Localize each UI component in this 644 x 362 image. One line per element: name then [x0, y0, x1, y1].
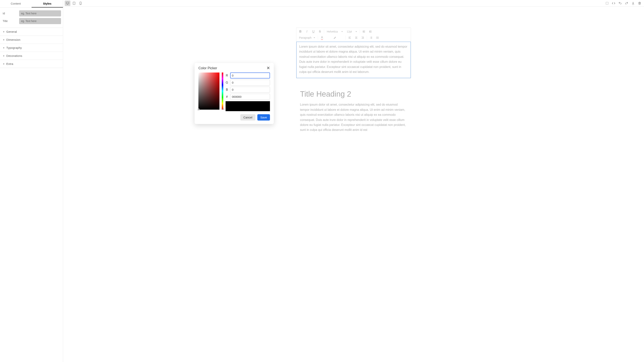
redo-button[interactable] [624, 0, 630, 6]
device-tablet-button[interactable] [71, 0, 77, 6]
saturation-handle[interactable] [198, 108, 200, 110]
color-picker-modal: Color Picker ✕ R [194, 63, 274, 124]
id-label: Id [2, 12, 19, 15]
size-value: 12pt [347, 30, 352, 33]
svg-point-6 [376, 38, 376, 38]
chevron-right-icon [4, 47, 4, 48]
id-input[interactable] [19, 10, 61, 16]
download-icon [631, 2, 635, 5]
highlight-button[interactable] [332, 35, 338, 40]
id-title-form: Id Title [0, 8, 63, 28]
hue-handle[interactable] [221, 108, 225, 110]
unordered-list-button[interactable] [374, 35, 380, 40]
accordion-extra[interactable]: Extra [0, 60, 63, 68]
text-block-2[interactable]: Title Heading 2 Lorem ipsum dolor sit am… [296, 86, 411, 136]
highlight-icon [334, 36, 336, 39]
text-content[interactable]: Lorem ipsum dolor sit amet, consectetur … [296, 42, 411, 78]
chevron-right-icon [4, 39, 4, 40]
unordered-list-icon [376, 36, 379, 39]
cancel-button[interactable]: Cancel [240, 114, 256, 120]
selection-icon [605, 2, 609, 5]
color-swatch [226, 101, 270, 111]
hex-label: # [226, 95, 228, 98]
selection-button[interactable] [604, 0, 610, 6]
italic-button[interactable]: I [304, 29, 310, 34]
font-size-select[interactable]: 12pt [345, 29, 358, 34]
align-left-button[interactable] [347, 35, 352, 40]
svg-rect-4 [606, 2, 608, 4]
outdent-button[interactable] [361, 29, 367, 34]
text-block-1[interactable]: B I U S Helvetica 12pt Paragraph [296, 28, 411, 78]
highlight-dropdown[interactable] [339, 35, 344, 40]
sidebar-tabs: Content Styles [0, 0, 63, 8]
svg-point-5 [376, 37, 376, 37]
download-button[interactable] [630, 0, 636, 6]
accordion-decorations[interactable]: Decorations [0, 52, 63, 60]
main-area: B I U S Helvetica 12pt Paragraph [63, 0, 644, 362]
accordion-general[interactable]: General [0, 28, 63, 36]
hue-slider[interactable] [222, 72, 223, 110]
align-left-icon [348, 36, 351, 39]
close-button[interactable]: ✕ [266, 66, 270, 70]
top-toolbar [63, 0, 644, 6]
chevron-down-icon [356, 31, 357, 32]
hex-input[interactable] [230, 94, 270, 100]
align-center-button[interactable] [354, 35, 359, 40]
svg-point-7 [376, 38, 376, 38]
save-button[interactable]: Save [257, 114, 270, 120]
trash-icon [638, 2, 641, 5]
indent-icon [369, 30, 372, 33]
saturation-picker[interactable] [198, 72, 220, 110]
accordion-typography[interactable]: Typography [0, 44, 63, 52]
underline-button[interactable]: U [310, 29, 316, 34]
indent-button[interactable] [368, 29, 373, 34]
r-label: R [226, 74, 228, 77]
align-center-icon [355, 36, 358, 39]
heading-2: Title Heading 2 [300, 90, 407, 98]
strike-button[interactable]: S [317, 29, 323, 34]
accordion-label: Dimension [6, 38, 20, 41]
tablet-icon [72, 2, 76, 5]
title-label: Title [2, 20, 19, 22]
accordion-label: Extra [6, 62, 14, 66]
desktop-icon [66, 2, 69, 5]
block-value: Paragraph [299, 36, 312, 39]
device-mobile-button[interactable] [78, 0, 84, 6]
delete-button[interactable] [637, 0, 642, 6]
editor-toolbar: B I U S Helvetica 12pt Paragraph [296, 28, 411, 42]
chevron-right-icon [4, 55, 4, 57]
accordion-label: Decorations [6, 54, 22, 58]
align-right-button[interactable] [360, 35, 366, 40]
font-select[interactable]: Helvetica [325, 29, 344, 34]
tab-content[interactable]: Content [0, 0, 32, 8]
accordion-label: General [6, 30, 17, 33]
chevron-down-icon [341, 31, 343, 32]
undo-button[interactable] [617, 0, 623, 6]
svg-rect-1 [73, 2, 75, 4]
separator [346, 36, 346, 40]
separator [367, 36, 367, 40]
canvas[interactable]: B I U S Helvetica 12pt Paragraph [63, 6, 644, 362]
text-color-button[interactable]: A [319, 35, 325, 40]
text-color-dropdown[interactable] [326, 35, 331, 40]
sidebar: Content Styles Id Title General Dimensio… [0, 0, 63, 362]
ordered-list-icon [370, 36, 372, 39]
block-format-select[interactable]: Paragraph [298, 36, 317, 40]
ordered-list-button[interactable] [368, 35, 374, 40]
code-icon [612, 2, 615, 5]
color-fields: R G B # [226, 72, 270, 111]
code-button[interactable] [611, 0, 616, 6]
r-input[interactable] [230, 72, 270, 78]
redo-icon [625, 2, 628, 5]
accordion-dimension[interactable]: Dimension [0, 36, 63, 44]
b-label: B [226, 88, 228, 92]
title-input[interactable] [19, 18, 61, 24]
separator [360, 30, 360, 34]
tab-styles[interactable]: Styles [32, 0, 63, 8]
device-desktop-button[interactable] [65, 0, 70, 6]
bold-button[interactable]: B [298, 29, 303, 34]
font-value: Helvetica [327, 30, 338, 33]
chevron-right-icon [4, 63, 4, 65]
g-input[interactable] [230, 80, 270, 86]
b-input[interactable] [230, 87, 270, 92]
